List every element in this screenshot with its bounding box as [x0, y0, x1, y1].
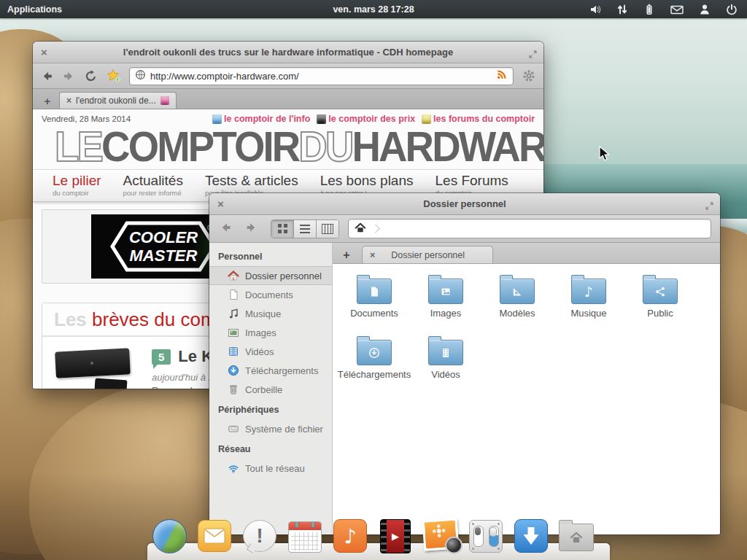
tab-close-icon[interactable]: ×: [66, 96, 71, 106]
dock-calendar[interactable]: [287, 518, 322, 553]
folder-modeles[interactable]: Modèles: [481, 273, 553, 334]
home-breadcrumb-icon[interactable]: [355, 222, 366, 236]
close-icon[interactable]: ×: [41, 47, 47, 58]
reload-button[interactable]: [84, 69, 98, 83]
sidebar-item-images[interactable]: Images: [209, 323, 332, 342]
list-view-button[interactable]: [293, 220, 316, 238]
mouse-cursor: [598, 146, 613, 162]
network-icon[interactable]: [616, 3, 629, 16]
folder-videos[interactable]: Vidéos: [410, 334, 481, 395]
sidebar-item-tout-le-reseau[interactable]: Tout le réseau: [209, 459, 332, 478]
files-toolbar: [209, 215, 720, 243]
switches-icon: [469, 520, 503, 553]
video-icon: [228, 346, 239, 357]
dock-web-browser[interactable]: [152, 518, 187, 553]
photo-icon: [422, 518, 460, 551]
folder-label: Modèles: [499, 308, 535, 319]
bookmark-star-icon[interactable]: [106, 69, 121, 83]
forward-button[interactable]: [244, 220, 259, 238]
image-icon: [228, 327, 239, 338]
browser-tab[interactable]: × l'endroit oukonli de...: [59, 92, 177, 109]
sidebar-item-dossier-personnel[interactable]: Dossier personnel: [209, 266, 332, 285]
folder-public[interactable]: Public: [624, 273, 696, 334]
sidebar-item-label[interactable]: Images: [245, 327, 276, 338]
sidebar-item-label[interactable]: Vidéos: [245, 346, 274, 357]
column-view-button[interactable]: [316, 220, 338, 238]
tab-label: l'endroit oukonli de...: [76, 96, 156, 106]
dock-files[interactable]: [559, 518, 594, 553]
top-panel: Applications ven. mars 28 17:28: [0, 0, 747, 18]
dock-videos[interactable]: ▶: [378, 518, 413, 553]
sidebar-item-label[interactable]: Système de fichier: [245, 424, 323, 435]
folder-icon: [428, 340, 463, 365]
heading-light: Les: [54, 308, 92, 330]
folder-documents[interactable]: Documents: [338, 273, 410, 334]
folder-telechargements[interactable]: Téléchargements: [338, 334, 410, 395]
close-icon[interactable]: ×: [217, 198, 224, 209]
sidebar-item-corbeille[interactable]: Corbeille: [209, 380, 332, 399]
nav-actualites[interactable]: Actualitéspour rester informé: [112, 173, 194, 197]
sidebar-item-systeme-de-fichier[interactable]: Système de fichier: [209, 419, 332, 438]
dock-photos[interactable]: [423, 518, 458, 553]
tab-label: Dossier personnel: [385, 250, 471, 260]
maximize-icon[interactable]: [529, 48, 537, 61]
calendar-icon: [288, 521, 322, 553]
dock-music[interactable]: ♪: [333, 518, 368, 553]
rss-icon[interactable]: [496, 69, 508, 83]
files-tab-bar: + × Dossier personnel: [333, 243, 720, 264]
settings-gear-icon[interactable]: [522, 69, 536, 83]
folder-icon: [357, 340, 392, 365]
home-folder-icon: [559, 524, 594, 551]
home-icon: [228, 270, 239, 281]
files-tab[interactable]: × Dossier personnel: [362, 246, 493, 263]
maximize-icon[interactable]: [705, 200, 713, 213]
dock-messages[interactable]: !: [242, 518, 277, 553]
path-bar[interactable]: [348, 219, 711, 238]
film-strip-icon: ▶: [380, 519, 411, 553]
sidebar-item-musique[interactable]: Musique: [209, 304, 332, 323]
mail-icon[interactable]: [670, 3, 684, 16]
folder-musique[interactable]: ♪ Musique: [553, 273, 624, 334]
site-logo[interactable]: LECOMPTOIRDUHARDWARE: [33, 125, 513, 167]
nav-label[interactable]: Les Forums: [436, 173, 508, 189]
sidebar-item-label[interactable]: Musique: [245, 308, 281, 319]
back-button[interactable]: [218, 220, 233, 238]
nav-le-pilier[interactable]: Le pilierdu comptoir: [42, 173, 112, 197]
folder-grid: Documents Images Modèles ♪ Musique Publi…: [333, 264, 720, 534]
folder-label: Documents: [350, 308, 398, 319]
back-button[interactable]: [40, 69, 54, 83]
user-icon[interactable]: [698, 3, 711, 16]
comment-count-badge[interactable]: 5: [152, 349, 171, 365]
sidebar-item-label[interactable]: Documents: [245, 289, 293, 300]
applications-menu[interactable]: Applications: [7, 4, 62, 15]
dock-settings[interactable]: [468, 518, 503, 553]
sidebar-item-documents[interactable]: Documents: [209, 285, 332, 304]
tab-close-icon[interactable]: ×: [370, 250, 375, 260]
sidebar-item-label[interactable]: Dossier personnel: [245, 271, 322, 281]
sidebar-item-label[interactable]: Téléchargements: [245, 365, 318, 376]
nav-label[interactable]: Les bons plans: [320, 173, 414, 189]
new-tab-button[interactable]: +: [39, 93, 56, 109]
music-icon: [228, 308, 239, 319]
power-icon[interactable]: [725, 3, 738, 16]
nav-label[interactable]: Tests & articles: [205, 173, 298, 189]
sidebar-item-label[interactable]: Corbeille: [245, 384, 282, 395]
nav-label[interactable]: Actualités: [123, 173, 183, 189]
files-titlebar[interactable]: × Dossier personnel: [209, 193, 720, 215]
sidebar-item-label[interactable]: Tout le réseau: [245, 463, 305, 474]
browser-titlebar[interactable]: × l'endroit oukonli des trucs sur le har…: [33, 42, 543, 63]
volume-icon[interactable]: [589, 3, 602, 16]
folder-label: Téléchargements: [338, 369, 411, 380]
icon-view-button[interactable]: [271, 220, 293, 238]
forward-button[interactable]: [62, 69, 76, 83]
folder-images[interactable]: Images: [410, 273, 481, 334]
battery-icon[interactable]: [643, 3, 656, 16]
new-tab-button[interactable]: +: [337, 246, 356, 263]
dock-mail[interactable]: [197, 518, 232, 553]
sidebar-item-telechargements[interactable]: Téléchargements: [209, 361, 332, 380]
nav-label[interactable]: Le pilier: [53, 173, 101, 189]
url-input[interactable]: [150, 71, 492, 82]
sidebar-item-videos[interactable]: Vidéos: [209, 342, 332, 361]
dock-downloads[interactable]: [514, 518, 549, 553]
url-bar[interactable]: [129, 67, 514, 85]
